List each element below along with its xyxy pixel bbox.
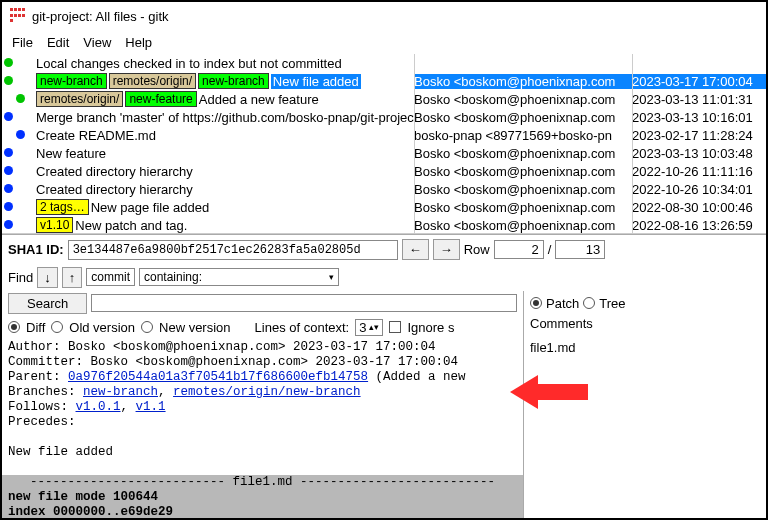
commit-row[interactable]: v1.10 New patch and tag.Bosko <boskom@ph… xyxy=(2,216,766,234)
diff-label: Diff xyxy=(26,320,45,335)
nav-forward-button[interactable]: → xyxy=(433,239,460,260)
tag-link-2[interactable]: v1.1 xyxy=(136,400,166,414)
commit-author: Bosko <boskom@phoenixnap.com xyxy=(414,146,632,161)
menu-edit[interactable]: Edit xyxy=(41,33,75,52)
commit-row[interactable]: remotes/origin/new-feature Added a new f… xyxy=(2,90,766,108)
detail-precedes: Precedes: xyxy=(8,415,517,430)
detail-msg: New file added xyxy=(8,445,517,460)
diff-line-1: new file mode 100644 xyxy=(8,490,158,504)
tree-radio[interactable] xyxy=(583,297,595,309)
commit-author: Bosko <boskom@phoenixnap.com xyxy=(414,200,632,215)
new-radio[interactable] xyxy=(141,321,153,333)
old-radio[interactable] xyxy=(51,321,63,333)
commit-author: Bosko <boskom@phoenixnap.com xyxy=(414,92,632,107)
commit-list[interactable]: Local changes checked in to index but no… xyxy=(2,54,766,234)
tag-link-1[interactable]: v1.0.1 xyxy=(76,400,121,414)
detail-branches: Branches: new-branch, remotes/origin/new… xyxy=(8,385,517,400)
menubar: File Edit View Help xyxy=(2,30,766,54)
detail-author: Author: Bosko <boskom@phoenixnap.com> 20… xyxy=(8,340,517,355)
diff-line-2: index 0000000..e69de29 xyxy=(8,505,173,518)
search-row: Search Patch Tree xyxy=(2,290,766,316)
window-title: git-project: All files - gitk xyxy=(32,9,169,24)
graph-cell xyxy=(2,90,36,108)
branch-link-2[interactable]: remotes/origin/new-branch xyxy=(173,385,361,399)
commit-msg: Created directory hierarchy xyxy=(36,182,414,197)
commit-author: Bosko <boskom@phoenixnap.com xyxy=(414,74,632,89)
commit-row[interactable]: 2 tags… New page file addedBosko <boskom… xyxy=(2,198,766,216)
search-input[interactable] xyxy=(91,294,517,312)
commit-row[interactable]: Created directory hierarchyBosko <boskom… xyxy=(2,180,766,198)
commit-row[interactable]: Local changes checked in to index but no… xyxy=(2,54,766,72)
graph-cell xyxy=(2,216,36,234)
new-label: New version xyxy=(159,320,231,335)
ignore-check[interactable] xyxy=(389,321,401,333)
commit-row[interactable]: New featureBosko <boskom@phoenixnap.com2… xyxy=(2,144,766,162)
file-list[interactable]: Comments xyxy=(524,316,766,338)
commit-row[interactable]: Create README.mdbosko-pnap <89771569+bos… xyxy=(2,126,766,144)
graph-cell xyxy=(2,144,36,162)
menu-view[interactable]: View xyxy=(77,33,117,52)
loc-label: Lines of context: xyxy=(255,320,350,335)
nav-back-button[interactable]: ← xyxy=(402,239,429,260)
chevron-down-icon: ▾ xyxy=(329,272,334,282)
titlebar: git-project: All files - gitk xyxy=(2,2,766,30)
patch-radio[interactable] xyxy=(530,297,542,309)
find-method-select[interactable]: containing:▾ xyxy=(139,268,339,286)
commit-msg: Create README.md xyxy=(36,128,414,143)
commit-date: 2022-08-30 10:00:46 xyxy=(632,200,766,215)
diff-header: -------------------------- file1.md ----… xyxy=(2,475,523,518)
commit-msg: New feature xyxy=(36,146,414,161)
find-bar: Find ↓ ↑ commit containing:▾ xyxy=(2,264,766,290)
commit-date: 2023-02-17 11:28:24 xyxy=(632,128,766,143)
menu-file[interactable]: File xyxy=(6,33,39,52)
file-pane[interactable]: file1.md xyxy=(524,338,766,518)
detail-committer: Committer: Bosko <boskom@phoenixnap.com>… xyxy=(8,355,517,370)
commit-row[interactable]: new-branch remotes/origin/new-branch New… xyxy=(2,72,766,90)
commit-msg: Merge branch 'master' of https://github.… xyxy=(36,110,414,125)
commit-author: bosko-pnap <89771569+bosko-pn xyxy=(414,128,632,143)
sha-input[interactable] xyxy=(68,240,398,260)
graph-cell xyxy=(2,72,36,90)
graph-cell xyxy=(2,54,36,72)
commit-row[interactable]: Created directory hierarchyBosko <boskom… xyxy=(2,162,766,180)
options-row: Diff Old version New version Lines of co… xyxy=(2,316,766,338)
commit-date: 2023-03-13 10:03:48 xyxy=(632,146,766,161)
commit-author: Bosko <boskom@phoenixnap.com xyxy=(414,164,632,179)
commit-msg: v1.10 New patch and tag. xyxy=(36,217,414,233)
file-comments[interactable]: Comments xyxy=(530,316,593,331)
ref-badge[interactable]: 2 tags… xyxy=(36,199,89,215)
branch-link-1[interactable]: new-branch xyxy=(83,385,158,399)
commit-author: Bosko <boskom@phoenixnap.com xyxy=(414,182,632,197)
commit-date: 2022-10-26 10:34:01 xyxy=(632,182,766,197)
ref-badge[interactable]: remotes/origin/ xyxy=(109,73,196,89)
diff-radio[interactable] xyxy=(8,321,20,333)
sha-label: SHA1 ID: xyxy=(8,242,64,257)
commit-detail-pane[interactable]: Author: Bosko <boskom@phoenixnap.com> 20… xyxy=(2,338,524,518)
commit-author: Bosko <boskom@phoenixnap.com xyxy=(414,110,632,125)
patch-label: Patch xyxy=(546,296,579,311)
row-total: 13 xyxy=(555,240,605,259)
app-icon xyxy=(10,8,26,24)
commit-msg: new-branch remotes/origin/new-branch New… xyxy=(36,73,414,89)
loc-stepper[interactable]: 3▴▾ xyxy=(355,319,383,336)
commit-date: 2022-10-26 11:11:16 xyxy=(632,164,766,179)
menu-help[interactable]: Help xyxy=(119,33,158,52)
diff-sep: -------------------------- file1.md ----… xyxy=(8,475,517,490)
commit-row[interactable]: Merge branch 'master' of https://github.… xyxy=(2,108,766,126)
commit-msg: Created directory hierarchy xyxy=(36,164,414,179)
ref-badge[interactable]: new-branch xyxy=(198,73,269,89)
search-button[interactable]: Search xyxy=(8,293,87,314)
ref-badge[interactable]: new-branch xyxy=(36,73,107,89)
graph-cell xyxy=(2,108,36,126)
row-current: 2 xyxy=(494,240,544,259)
commit-date: 2023-03-17 17:00:04 xyxy=(632,74,766,89)
find-mode-select[interactable]: commit xyxy=(86,268,135,286)
ref-badge[interactable]: v1.10 xyxy=(36,217,73,233)
parent-link[interactable]: 0a976f20544a01a3f70541b17f686600efb14758 xyxy=(68,370,368,384)
commit-msg: remotes/origin/new-feature Added a new f… xyxy=(36,91,414,107)
ref-badge[interactable]: new-feature xyxy=(125,91,196,107)
find-down-button[interactable]: ↓ xyxy=(37,267,58,288)
file-entry[interactable]: file1.md xyxy=(530,340,760,355)
find-up-button[interactable]: ↑ xyxy=(62,267,83,288)
ref-badge[interactable]: remotes/origin/ xyxy=(36,91,123,107)
